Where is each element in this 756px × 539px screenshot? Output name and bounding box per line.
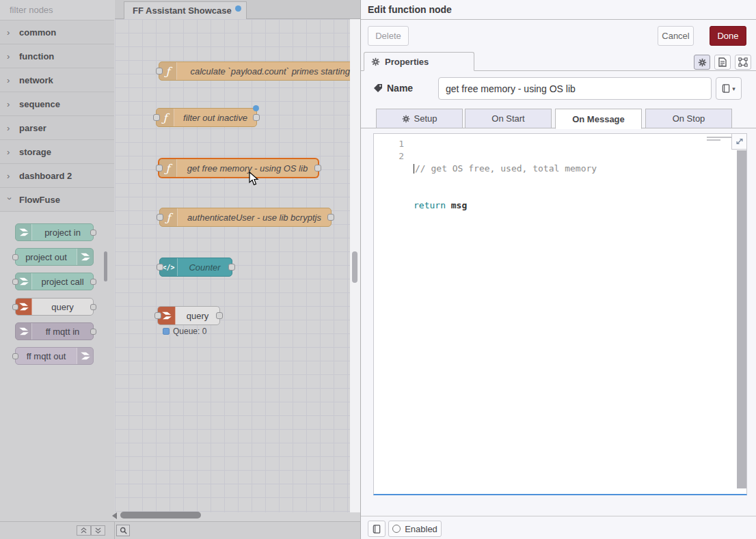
editor-minimap	[707, 137, 734, 142]
palette-node-label: project out	[16, 249, 77, 265]
flow-tab[interactable]: FF Assistant Showcase	[124, 1, 247, 19]
tab-on-message[interactable]: On Message	[555, 109, 642, 129]
node-get-free-memory[interactable]: ƒ get free memory - using OS lib	[159, 158, 319, 178]
document-icon	[718, 57, 727, 67]
input-port[interactable]	[156, 165, 163, 171]
input-port	[12, 279, 18, 285]
name-row: Name ▾	[361, 77, 756, 100]
node-label: filter out inactive	[174, 109, 256, 126]
book-icon	[722, 84, 730, 93]
collapse-all-button[interactable]	[77, 525, 91, 536]
modified-dot	[253, 105, 259, 111]
cancel-button[interactable]: Cancel	[658, 26, 694, 46]
tab-properties-label: Properties	[385, 57, 429, 67]
input-port	[12, 304, 18, 310]
chevron-right-icon: ›	[7, 75, 12, 85]
palette-category-sequence[interactable]: ›sequence	[0, 92, 114, 116]
chevron-right-icon: ›	[7, 99, 12, 109]
output-port[interactable]	[253, 114, 260, 121]
node-status-text: Queue: 0	[173, 327, 206, 336]
node-filter-out-inactive[interactable]: ƒ filter out inactive	[156, 108, 257, 127]
expand-all-button[interactable]	[91, 525, 105, 536]
output-port[interactable]	[228, 264, 235, 271]
category-label: network	[19, 75, 53, 85]
tab-on-start[interactable]: On Start	[465, 109, 552, 128]
palette-scrollbar[interactable]	[104, 251, 107, 281]
output-port	[90, 304, 96, 310]
palette-node-project-in[interactable]: project in	[15, 223, 94, 241]
output-port[interactable]	[216, 312, 223, 319]
done-button[interactable]: Done	[710, 26, 746, 46]
palette-category-function[interactable]: ›function	[0, 44, 114, 68]
category-label: parser	[19, 123, 46, 133]
editor-expand-button[interactable]	[731, 134, 746, 150]
tab-setup[interactable]: Setup	[376, 109, 463, 128]
chevron-right-icon: ›	[7, 27, 12, 38]
palette-category-network[interactable]: ›network	[0, 68, 114, 92]
palette-node-project-out[interactable]: project out	[15, 248, 94, 266]
palette-category-dashboard2[interactable]: ›dashboard 2	[0, 164, 114, 188]
node-query[interactable]: query	[157, 306, 220, 325]
tab-properties[interactable]: Properties	[364, 52, 474, 71]
palette-category-flowfuse[interactable]: ›FlowFuse	[0, 188, 114, 212]
flow-tabbar: FF Assistant Showcase	[115, 0, 360, 19]
edit-properties-button[interactable]	[694, 55, 710, 70]
palette-node-ff-mqtt-in[interactable]: ff mqtt in	[15, 322, 94, 340]
enabled-toggle-button[interactable]: Enabled	[388, 521, 442, 537]
palette-search-input[interactable]	[10, 5, 130, 15]
output-port[interactable]	[327, 214, 334, 221]
input-port[interactable]	[157, 214, 163, 221]
name-input[interactable]	[438, 77, 712, 100]
output-port[interactable]	[314, 165, 321, 171]
palette-node-project-call[interactable]: project call	[15, 273, 94, 290]
chevron-right-icon: ›	[7, 51, 12, 61]
double-chevron-down-icon	[95, 527, 101, 534]
canvas-search-button[interactable]	[116, 525, 130, 536]
node-authenticate-user[interactable]: ƒ authenticateUser - use lib bcryptjs	[159, 208, 332, 227]
tab-on-message-label: On Message	[572, 114, 625, 124]
input-port[interactable]	[154, 312, 161, 319]
canvas-vertical-scrollbar-thumb[interactable]	[352, 251, 357, 283]
canvas-horizontal-scrollbar	[115, 511, 360, 521]
tab-on-stop[interactable]: On Stop	[645, 109, 732, 128]
category-label: dashboard 2	[19, 171, 72, 181]
palette-node-query[interactable]: query	[15, 298, 94, 316]
footer-divider	[114, 522, 115, 539]
flowfuse-logo-icon	[77, 249, 93, 265]
output-port	[90, 279, 96, 285]
node-label: query	[176, 307, 219, 324]
book-icon	[373, 525, 381, 534]
enabled-label: Enabled	[405, 524, 437, 534]
code-editor[interactable]: 1 2 // get OS free, used, total memory r…	[373, 133, 747, 495]
canvas-horizontal-scrollbar-thumb[interactable]	[120, 512, 201, 519]
double-chevron-up-icon	[81, 527, 87, 534]
flowfuse-logo-icon	[77, 348, 93, 364]
node-help-button[interactable]	[368, 521, 386, 537]
edit-appearance-button[interactable]	[735, 55, 751, 70]
line-number: 1	[374, 138, 404, 150]
scroll-left-arrow-icon[interactable]	[112, 512, 117, 519]
category-label: FlowFuse	[19, 195, 60, 205]
palette-category-common[interactable]: ›common	[0, 20, 114, 44]
editor-scrollbar[interactable]	[737, 150, 746, 488]
tab-setup-label: Setup	[414, 113, 437, 124]
flow-canvas[interactable]: ƒ calculate `payload.count` primes start…	[115, 19, 360, 512]
palette: ›common ›function ›network ›sequence ›pa…	[0, 0, 114, 521]
input-port[interactable]	[153, 114, 160, 121]
caret-down-icon: ▾	[732, 85, 735, 92]
palette-category-storage[interactable]: ›storage	[0, 140, 114, 164]
workspace: ›common ›function ›network ›sequence ›pa…	[0, 0, 360, 539]
mouse-cursor	[249, 171, 259, 186]
library-button[interactable]: ▾	[716, 77, 742, 100]
name-label: Name	[387, 83, 413, 94]
palette-node-ff-mqtt-out[interactable]: ff mqtt out	[15, 347, 94, 365]
input-port[interactable]	[157, 264, 163, 271]
palette-category-parser[interactable]: ›parser	[0, 116, 114, 140]
edit-description-button[interactable]	[714, 55, 731, 70]
input-port[interactable]	[156, 68, 163, 74]
output-port	[90, 230, 96, 236]
delete-button[interactable]: Delete	[368, 26, 409, 46]
palette-search[interactable]	[0, 0, 114, 20]
node-calculate-primes[interactable]: ƒ calculate `payload.count` primes start…	[159, 61, 360, 81]
node-counter[interactable]: </> Counter	[159, 258, 232, 277]
